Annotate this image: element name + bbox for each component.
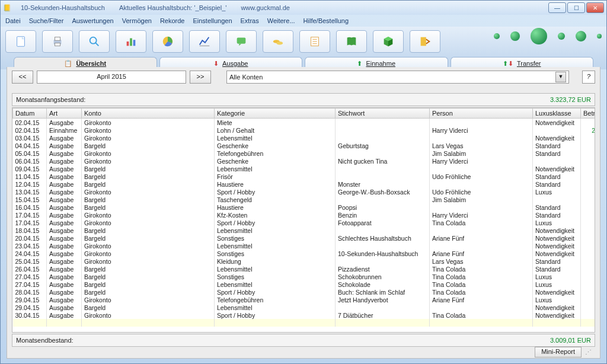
arrow-up-green-icon: ⬆ — [357, 60, 362, 68]
toolbar-print[interactable] — [42, 30, 73, 53]
table-row[interactable]: 05.04.15AusgabeGirokontoTelefongebührenJ… — [13, 149, 596, 157]
col-art[interactable]: Art — [47, 108, 82, 119]
content-panel: << April 2015 >> Alle Konten ▼ ? Monatsa… — [7, 67, 600, 359]
menu-rekorde[interactable]: Rekorde — [160, 17, 185, 24]
svg-rect-23 — [421, 37, 426, 46]
table-row[interactable]: 29.04.15AusgabeGirokontoTelefongebührenJ… — [13, 296, 596, 304]
toolbar-new[interactable] — [5, 30, 36, 53]
title-bar: 📒 10-Sekunden-Haushaltsbuch Aktuelles Ha… — [1, 1, 606, 15]
toolbar-money[interactable] — [263, 30, 293, 53]
table-row[interactable]: 12.04.15AusgabeBargeldHaustiereMonsterSt… — [13, 180, 596, 188]
toolbar-line[interactable] — [189, 30, 220, 53]
status-bar: Mini-Report ⋰ — [12, 347, 595, 357]
col-kategorie[interactable]: Kategorie — [215, 108, 336, 119]
end-balance-label: Monatsendbestand: — [16, 337, 74, 344]
table-row[interactable]: 18.04.15AusgabeBargeldLebensmittelNotwen… — [13, 226, 596, 234]
col-stichwort[interactable]: Stichwort — [336, 108, 430, 119]
table-row[interactable]: 29.04.15AusgabeBargeldLebensmittelNotwen… — [13, 304, 596, 311]
help-button[interactable]: ? — [582, 71, 595, 84]
svg-rect-0 — [17, 37, 25, 47]
menu-einstellungen[interactable]: Einstellungen — [193, 17, 232, 24]
table-row[interactable]: 09.04.15AusgabeBargeldLebensmittelNotwen… — [13, 165, 596, 173]
minimize-button[interactable]: — — [548, 2, 566, 13]
col-betrag[interactable]: Betrag in EUR — [581, 108, 596, 119]
end-balance-panel: Monatsendbestand: 3.009,01 EUR — [12, 334, 595, 347]
svg-rect-9 — [133, 40, 136, 46]
table-row[interactable]: 26.04.15AusgabeBargeldLebensmittelPizzad… — [13, 265, 596, 273]
maximize-button[interactable]: ☐ — [567, 2, 585, 13]
arrow-down-red-icon: ⬇ — [213, 60, 219, 68]
menu-suche[interactable]: Suche/Filter — [29, 17, 64, 24]
menu-vermoegen[interactable]: Vermögen — [122, 17, 152, 24]
svg-rect-3 — [55, 37, 60, 40]
table-row[interactable]: 15.04.15AusgabeBargeldTaschengeldJim Sal… — [13, 196, 596, 203]
svg-rect-8 — [130, 39, 132, 46]
table-row[interactable]: 17.04.15AusgabeGirokontoKfz-KostenBenzin… — [13, 211, 596, 219]
col-date[interactable]: Datum — [13, 108, 47, 119]
doc-title: Aktuelles Haushaltsbuch: '_Beispiel_' — [119, 4, 227, 11]
table-row[interactable]: 02.04.15AusgabeGirokontoMieteNotwendigke… — [13, 119, 596, 127]
table-row[interactable]: 24.04.15AusgabeGirokontoSonstiges10-Seku… — [13, 250, 596, 257]
col-person[interactable]: Person — [430, 108, 533, 119]
table-row[interactable]: 20.04.15AusgabeBargeldSonstigesSchlechte… — [13, 234, 596, 242]
menu-auswertungen[interactable]: Auswertungen — [72, 17, 113, 24]
account-value: Alle Konten — [229, 74, 263, 81]
table-row[interactable]: 23.04.15AusgabeGirokontoLebensmittelNotw… — [13, 242, 596, 250]
svg-point-15 — [276, 41, 283, 45]
table-row[interactable]: 06.04.15AusgabeGirokontoGeschenkeNicht g… — [13, 157, 596, 165]
transactions-table: Datum Art Konto Kategorie Stichwort Pers… — [12, 108, 595, 327]
col-luxusklasse[interactable]: Luxusklasse — [533, 108, 581, 119]
menu-extras[interactable]: Extras — [241, 17, 259, 24]
table-row[interactable]: 04.04.15AusgabeBargeldGeschenkeGeburtsta… — [13, 142, 596, 149]
menu-weitere[interactable]: Weitere... — [267, 17, 295, 24]
tab-label: Einnahme — [366, 60, 395, 67]
prev-period-button[interactable]: << — [12, 71, 33, 84]
menu-hilfe[interactable]: Hilfe/Bestellung — [304, 17, 349, 24]
menu-bar: Datei Suche/Filter Auswertungen Vermögen… — [1, 15, 606, 27]
app-window: 📒 10-Sekunden-Haushaltsbuch Aktuelles Ha… — [0, 0, 607, 364]
table-header-row: Datum Art Konto Kategorie Stichwort Pers… — [13, 108, 596, 119]
app-icon: 📒 — [3, 4, 11, 12]
table-row[interactable]: 28.04.15AusgabeBargeldSport / HobbyBuch:… — [13, 288, 596, 296]
period-label[interactable]: April 2015 — [37, 71, 186, 84]
table-row[interactable]: 02.04.15EinnahmeGirokontoLohn / GehaltHa… — [13, 126, 596, 134]
close-button[interactable]: ✕ — [586, 2, 604, 13]
toolbar-bars[interactable] — [116, 30, 146, 53]
transfer-icon: ⬆⬇ — [503, 60, 513, 68]
toolbar-pie[interactable] — [152, 30, 183, 53]
toolbar-book[interactable] — [336, 30, 367, 53]
empty-input-row[interactable] — [13, 319, 596, 327]
tab-label: Transfer — [517, 60, 541, 67]
table-row[interactable]: 16.04.15AusgabeBargeldHaustierePoopsiSta… — [13, 203, 596, 211]
table-row[interactable]: 17.04.15AusgabeGirokontoSport / HobbyFot… — [13, 219, 596, 226]
col-konto[interactable]: Konto — [82, 108, 215, 119]
next-period-button[interactable]: >> — [190, 71, 211, 84]
menu-datei[interactable]: Datei — [5, 17, 21, 24]
svg-line-6 — [95, 43, 99, 46]
app-title: 10-Sekunden-Haushaltsbuch — [21, 4, 105, 11]
decorative-bubbles — [494, 28, 602, 44]
toolbar-search[interactable] — [79, 30, 110, 53]
resize-grip-icon[interactable]: ⋰ — [585, 349, 592, 356]
table-row[interactable]: 27.04.15AusgabeBargeldLebensmittelSchoko… — [13, 280, 596, 288]
overview-icon: 📋 — [64, 60, 72, 68]
tab-label: Übersicht — [76, 60, 106, 67]
table-row[interactable]: 03.04.15AusgabeGirokontoLebensmittelNotw… — [13, 134, 596, 142]
toolbar-exit[interactable] — [410, 30, 440, 53]
start-balance-label: Monatsanfangsbestand: — [16, 96, 85, 103]
svg-marker-13 — [239, 44, 241, 46]
mini-report-button[interactable]: Mini-Report — [535, 347, 582, 357]
period-nav: << April 2015 >> Alle Konten ▼ ? — [12, 71, 595, 84]
svg-rect-4 — [55, 43, 60, 46]
toolbar-list[interactable] — [299, 30, 330, 53]
combo-dropdown-icon[interactable]: ▼ — [555, 72, 566, 82]
toolbar-cube[interactable] — [373, 30, 404, 53]
table-row[interactable]: 25.04.15AusgabeGirokontoKleidungLars Veg… — [13, 257, 596, 265]
table-row[interactable]: 13.04.15AusgabeGirokontoSport / HobbyGeo… — [13, 188, 596, 196]
end-balance-value: 3.009,01 EUR — [550, 337, 591, 344]
table-row[interactable]: 11.04.15AusgabeBargeldFrisörUdo Fröhlich… — [13, 173, 596, 180]
account-combo[interactable]: Alle Konten ▼ — [226, 71, 569, 84]
toolbar-note[interactable] — [226, 30, 257, 53]
table-row[interactable]: 27.04.15AusgabeBargeldSonstigesSchokobru… — [13, 273, 596, 280]
table-row[interactable]: 30.04.15AusgabeGirokontoSport / Hobby7 D… — [13, 311, 596, 319]
